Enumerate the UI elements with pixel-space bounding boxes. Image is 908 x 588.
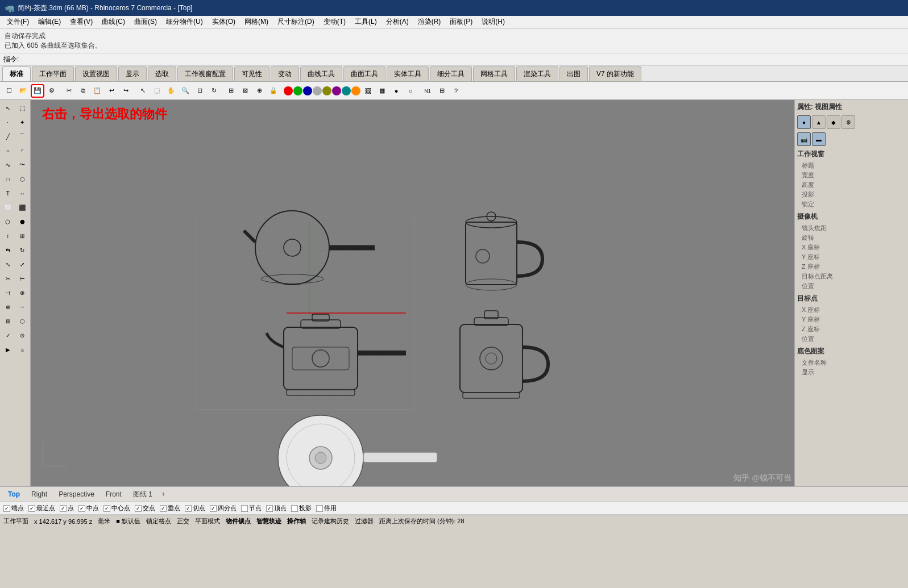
zoom-extent[interactable]: ⊡ bbox=[193, 84, 206, 98]
open-button[interactable]: 📂 bbox=[16, 84, 30, 98]
menu-item-渲染R[interactable]: 渲染(R) bbox=[413, 16, 446, 28]
snap-投影[interactable]: 投影 bbox=[291, 504, 312, 512]
lt-select2[interactable]: ⬚ bbox=[16, 101, 30, 115]
menu-item-曲面S[interactable]: 曲面(S) bbox=[130, 16, 161, 28]
lt-text[interactable]: T bbox=[1, 186, 15, 200]
snap-交点[interactable]: ✓交点 bbox=[135, 504, 155, 512]
menu-item-曲线C[interactable]: 曲线(C) bbox=[97, 16, 130, 28]
color3[interactable] bbox=[303, 86, 312, 95]
lt-array[interactable]: ⊞ bbox=[16, 229, 30, 243]
snap-check-节点[interactable] bbox=[241, 505, 248, 512]
paste-button[interactable]: 📋 bbox=[90, 84, 104, 98]
lt-join[interactable]: ⊕ bbox=[16, 286, 30, 299]
lt-transform[interactable]: ↕ bbox=[1, 229, 15, 243]
lt-solid[interactable]: ⬣ bbox=[16, 215, 30, 228]
help-button[interactable]: ? bbox=[449, 84, 463, 98]
grid-settings[interactable]: ⊞ bbox=[435, 84, 449, 98]
lt-boolean[interactable]: ⊗ bbox=[1, 300, 15, 314]
snap-端点[interactable]: ✓端点 bbox=[3, 504, 24, 512]
vp-tab-add[interactable]: + bbox=[158, 489, 169, 500]
tab-7[interactable]: 变动 bbox=[271, 66, 299, 81]
menu-item-尺寸标注D[interactable]: 尺寸标注(D) bbox=[273, 16, 319, 28]
lt-split[interactable]: ⊣ bbox=[1, 286, 15, 299]
tab-3[interactable]: 显示 bbox=[118, 66, 147, 81]
tab-11[interactable]: 细分工具 bbox=[430, 66, 472, 81]
sb-锁定格点[interactable]: 锁定格点 bbox=[146, 517, 171, 526]
color2[interactable] bbox=[293, 86, 302, 95]
snap-中点[interactable]: ✓中点 bbox=[78, 504, 99, 512]
color1[interactable] bbox=[284, 86, 293, 95]
new-button[interactable]: ☐ bbox=[2, 84, 16, 98]
rp-icon-1[interactable]: ▲ bbox=[812, 115, 826, 129]
color6[interactable] bbox=[332, 86, 341, 95]
copy-button[interactable]: ⧉ bbox=[76, 84, 90, 98]
tab-8[interactable]: 曲线工具 bbox=[300, 66, 342, 81]
menu-item-细分物件U[interactable]: 细分物件(U) bbox=[161, 16, 208, 28]
menu-item-变动T[interactable]: 变动(T) bbox=[319, 16, 350, 28]
snap-中心点[interactable]: ✓中心点 bbox=[103, 504, 130, 512]
lt-select[interactable]: ↖ bbox=[1, 101, 15, 115]
snap-停用[interactable]: 停用 bbox=[316, 504, 337, 512]
rp-icon-0[interactable]: ● bbox=[797, 115, 811, 129]
rp-icon-2[interactable]: ◆ bbox=[827, 115, 840, 129]
lt-light[interactable]: ☼ bbox=[16, 343, 30, 356]
wire-mode[interactable]: ○ bbox=[404, 84, 417, 98]
save-button[interactable]: 💾 bbox=[31, 84, 44, 98]
menu-item-工具L[interactable]: 工具(L) bbox=[350, 16, 382, 28]
tab-4[interactable]: 选取 bbox=[148, 66, 176, 81]
tab-9[interactable]: 曲面工具 bbox=[343, 66, 385, 81]
menu-item-网格M[interactable]: 网格(M) bbox=[240, 16, 273, 28]
snap-节点[interactable]: 节点 bbox=[241, 504, 262, 512]
sb-物件锁点[interactable]: 物件锁点 bbox=[226, 517, 251, 526]
tab-15[interactable]: V7 的新功能 bbox=[589, 66, 641, 81]
zoom-window[interactable]: 🔍 bbox=[179, 84, 192, 98]
lt-scale2[interactable]: ⤢ bbox=[16, 257, 30, 271]
display-mode[interactable]: ▦ bbox=[375, 84, 389, 98]
snap-check-垂点[interactable]: ✓ bbox=[160, 505, 167, 512]
render-preview[interactable]: 🖼 bbox=[361, 84, 375, 98]
lt-point2[interactable]: ✦ bbox=[16, 115, 30, 129]
redo-button[interactable]: ↪ bbox=[119, 84, 132, 98]
tab-0[interactable]: 标准 bbox=[2, 66, 31, 81]
snap-check-顶点[interactable]: ✓ bbox=[266, 505, 273, 512]
snap-check-中心点[interactable]: ✓ bbox=[103, 505, 110, 512]
pan-button[interactable]: ✋ bbox=[164, 84, 178, 98]
snap-点[interactable]: ✓点 bbox=[60, 504, 74, 512]
undo-button[interactable]: ↩ bbox=[105, 84, 118, 98]
snap-顶点[interactable]: ✓顶点 bbox=[266, 504, 287, 512]
vp-tab-Perspective[interactable]: Perspective bbox=[53, 489, 100, 500]
snap-四分点[interactable]: ✓四分点 bbox=[210, 504, 237, 512]
rp-icon-3[interactable]: ⚙ bbox=[841, 115, 855, 129]
snap-最近点[interactable]: ✓最近点 bbox=[28, 504, 55, 512]
lock-button[interactable]: 🔒 bbox=[267, 84, 280, 98]
lt-line[interactable]: ╱ bbox=[1, 130, 15, 143]
color5[interactable] bbox=[322, 86, 331, 95]
cut-button[interactable]: ✂ bbox=[62, 84, 76, 98]
rotate-button[interactable]: ↻ bbox=[207, 84, 221, 98]
vp-tab-Front[interactable]: Front bbox=[100, 489, 127, 500]
sb-智慧轨迹[interactable]: 智慧轨迹 bbox=[256, 517, 281, 526]
lt-trim[interactable]: ✂ bbox=[1, 272, 15, 285]
snap-check-最近点[interactable]: ✓ bbox=[28, 505, 35, 512]
menu-item-实体O[interactable]: 实体(O) bbox=[208, 16, 240, 28]
snap-check-中点[interactable]: ✓ bbox=[78, 505, 85, 512]
numbered-1[interactable]: N1 bbox=[421, 84, 434, 98]
tab-1[interactable]: 工作平面 bbox=[32, 66, 74, 81]
menu-item-文件F[interactable]: 文件(F) bbox=[2, 16, 34, 28]
sb-距离上次保存的时间-(分钟):-28[interactable]: 距离上次保存的时间 (分钟): 28 bbox=[379, 517, 465, 526]
lt-extrude[interactable]: ⬡ bbox=[1, 215, 15, 228]
point-snap[interactable]: ⊕ bbox=[252, 84, 266, 98]
sb-正交[interactable]: 正交 bbox=[177, 517, 189, 526]
lt-fillet[interactable]: ⌣ bbox=[16, 300, 30, 314]
menu-item-查看V[interactable]: 查看(V) bbox=[65, 16, 97, 28]
command-input[interactable] bbox=[19, 56, 189, 64]
lt-curve[interactable]: ∿ bbox=[1, 158, 15, 172]
lt-polyline[interactable]: ⌒ bbox=[16, 130, 30, 143]
sb-记录建构历史[interactable]: 记录建构历史 bbox=[312, 517, 349, 526]
lt-render[interactable]: ▶ bbox=[1, 343, 15, 356]
menu-item-面板P[interactable]: 面板(P) bbox=[445, 16, 477, 28]
lt-surface[interactable]: ⬜ bbox=[1, 201, 15, 214]
snap-check-端点[interactable]: ✓ bbox=[3, 505, 10, 512]
sb-平面模式[interactable]: 平面模式 bbox=[195, 517, 220, 526]
sb-操作轴[interactable]: 操作轴 bbox=[287, 517, 306, 526]
